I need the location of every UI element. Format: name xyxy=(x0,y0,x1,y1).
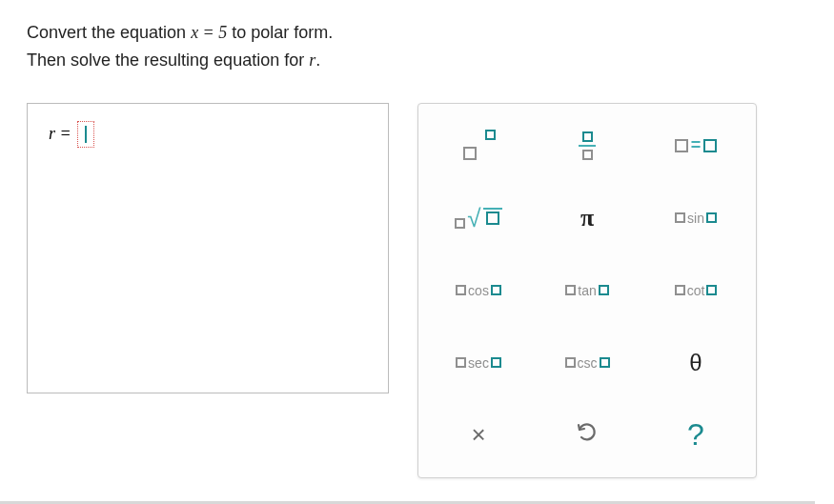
key-sec[interactable]: sec xyxy=(426,329,531,397)
key-pi[interactable]: π xyxy=(535,184,640,252)
question-line1-post: to polar form. xyxy=(227,23,333,42)
answer-box: r = xyxy=(27,103,389,393)
cos-icon: cos xyxy=(456,283,501,298)
key-cot[interactable]: cot xyxy=(643,256,748,325)
key-help[interactable]: ? xyxy=(643,401,748,470)
csc-icon: csc xyxy=(565,355,610,371)
question-text: Convert the equation x = 5 to polar form… xyxy=(27,19,807,74)
clear-icon: × xyxy=(471,420,485,450)
pi-icon: π xyxy=(580,204,594,232)
answer-input[interactable] xyxy=(77,121,94,148)
answer-prefix: r = xyxy=(49,124,71,144)
equals-icon: = xyxy=(675,135,718,155)
key-power[interactable] xyxy=(426,111,531,180)
key-sqrt[interactable]: √ xyxy=(426,184,531,252)
key-equals[interactable]: = xyxy=(643,111,748,180)
power-icon xyxy=(461,131,496,160)
key-csc[interactable]: csc xyxy=(535,329,640,397)
question-equation: x = 5 xyxy=(191,23,227,42)
tan-icon: tan xyxy=(565,283,608,298)
sin-icon: sin xyxy=(675,211,717,226)
question-line1-pre: Convert the equation xyxy=(27,23,191,42)
key-cos[interactable]: cos xyxy=(426,256,531,325)
answer-expression: r = xyxy=(49,121,367,148)
help-icon: ? xyxy=(687,417,704,453)
key-theta[interactable]: θ xyxy=(643,329,748,397)
fraction-icon xyxy=(579,131,596,160)
question-line2-post: . xyxy=(315,50,320,70)
key-sin[interactable]: sin xyxy=(643,184,748,252)
keypad: = √ π sin xyxy=(417,103,757,478)
key-clear[interactable]: × xyxy=(426,401,531,470)
sec-icon: sec xyxy=(456,355,501,371)
undo-icon xyxy=(576,420,599,450)
sqrt-icon: √ xyxy=(455,206,501,231)
question-line2-pre: Then solve the resulting equation for xyxy=(27,50,309,70)
cot-icon: cot xyxy=(675,283,718,298)
key-fraction[interactable] xyxy=(535,111,640,180)
theta-icon: θ xyxy=(689,350,702,376)
key-tan[interactable]: tan xyxy=(535,256,640,325)
key-undo[interactable] xyxy=(535,401,640,470)
